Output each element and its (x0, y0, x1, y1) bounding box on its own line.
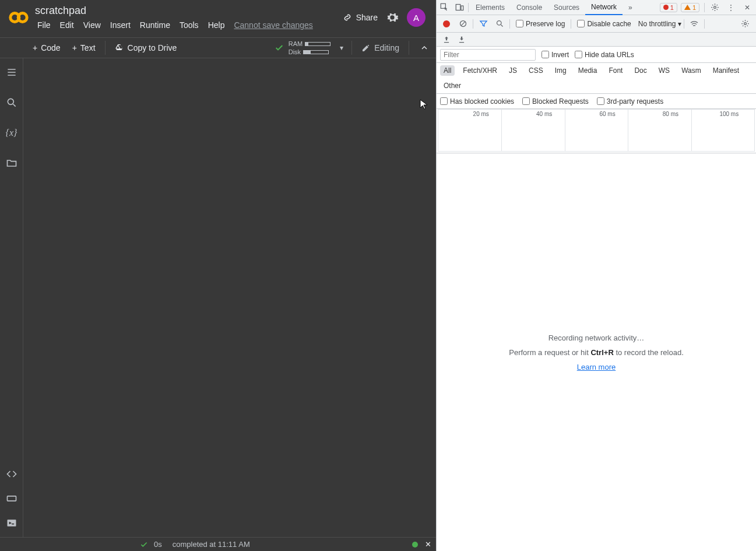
device-toggle-button[interactable] (452, 0, 467, 15)
throttling-dropdown[interactable]: No throttling▾ (638, 20, 682, 28)
network-settings-button[interactable] (737, 16, 753, 31)
status-close-button[interactable]: ✕ (425, 540, 431, 549)
clear-button[interactable] (455, 16, 470, 31)
svg-rect-3 (7, 496, 16, 501)
search-button[interactable] (5, 96, 19, 110)
avatar[interactable]: A (407, 8, 426, 27)
code-snippets-button[interactable] (5, 467, 19, 481)
add-code-label: Code (41, 43, 60, 52)
menu-view[interactable]: View (79, 18, 106, 32)
menu-file[interactable]: File (33, 18, 55, 32)
tab-more[interactable]: » (623, 0, 638, 15)
resource-dropdown[interactable]: ▾ (340, 44, 343, 52)
type-filter-img[interactable]: Img (551, 65, 570, 76)
third-party-label: 3rd-party requests (607, 97, 663, 106)
export-har-button[interactable] (458, 36, 466, 44)
menu-tools[interactable]: Tools (175, 18, 203, 32)
svg-rect-4 (7, 520, 16, 527)
type-filter-ws[interactable]: WS (655, 65, 673, 76)
network-conditions-button[interactable] (687, 16, 702, 31)
devtools-settings-button[interactable] (707, 0, 722, 15)
errors-badge[interactable]: 1 (660, 3, 677, 12)
resource-type-filters: All Fetch/XHR JS CSS Img Media Font Doc … (437, 63, 756, 94)
resource-monitor[interactable]: RAM Disk ▾ (275, 40, 348, 55)
menu-cannot-save[interactable]: Cannot save changes (229, 18, 317, 32)
devtools-close-button[interactable]: ✕ (740, 0, 755, 15)
filter-toggle-button[interactable] (476, 16, 491, 31)
invert-checkbox[interactable]: Invert (541, 51, 569, 59)
type-filter-other[interactable]: Other (440, 80, 465, 91)
clear-icon (459, 19, 467, 28)
svg-point-8 (713, 6, 716, 9)
menu-bar: File Edit View Insert Runtime Tools Help… (33, 18, 342, 32)
resource-rows: RAM Disk (289, 40, 330, 55)
copy-to-drive-button[interactable]: Copy to Drive (109, 41, 183, 55)
disable-cache-checkbox[interactable]: Disable cache (577, 20, 631, 28)
preserve-log-checkbox[interactable]: Preserve log (516, 20, 565, 28)
type-filter-js[interactable]: JS (505, 65, 521, 76)
collapse-header-button[interactable] (413, 43, 436, 52)
blocked-requests-checkbox[interactable]: Blocked Requests (522, 97, 589, 106)
learn-more-link[interactable]: Learn more (577, 363, 616, 371)
type-filter-wasm[interactable]: Wasm (678, 65, 705, 76)
blocked-cookies-label: Has blocked cookies (450, 97, 514, 106)
settings-button[interactable] (386, 11, 399, 24)
type-filter-font[interactable]: Font (605, 65, 626, 76)
connection-status-dot[interactable] (412, 542, 418, 548)
type-filter-media[interactable]: Media (575, 65, 601, 76)
separator (409, 41, 409, 55)
separator (571, 19, 571, 29)
search-button[interactable] (492, 16, 507, 31)
toc-button[interactable] (5, 65, 19, 79)
share-label: Share (356, 13, 378, 22)
inspect-element-button[interactable] (437, 0, 452, 15)
warnings-badge[interactable]: 1 (681, 3, 699, 12)
separator (684, 19, 684, 29)
devtools-menu-button[interactable]: ⋮ (723, 0, 739, 15)
record-button[interactable] (439, 16, 454, 31)
tab-network[interactable]: Network (585, 0, 623, 15)
import-har-button[interactable] (442, 36, 451, 44)
plus-icon: + (72, 43, 77, 52)
type-filter-manifest[interactable]: Manifest (709, 65, 743, 76)
filter-input[interactable] (440, 49, 536, 61)
hint-text-a: Perform a request or hit (509, 348, 590, 357)
variables-button[interactable]: {x} (5, 126, 19, 140)
tab-console[interactable]: Console (511, 0, 548, 15)
status-bar: 0s completed at 11:11 AM ✕ (0, 537, 436, 551)
add-code-button[interactable]: +Code (27, 41, 66, 55)
search-icon (6, 97, 17, 108)
gear-icon (711, 3, 719, 12)
menu-runtime[interactable]: Runtime (135, 18, 175, 32)
hide-data-urls-checkbox[interactable]: Hide data URLs (575, 51, 634, 59)
files-button[interactable] (5, 156, 19, 170)
status-message: completed at 11:11 AM (173, 540, 250, 549)
menu-insert[interactable]: Insert (106, 18, 135, 32)
add-text-label: Text (80, 43, 96, 52)
mouse-cursor-icon (420, 99, 429, 111)
notebook-canvas[interactable] (23, 58, 436, 537)
menu-edit[interactable]: Edit (55, 18, 79, 32)
type-filter-doc[interactable]: Doc (631, 65, 650, 76)
third-party-checkbox[interactable]: 3rd-party requests (597, 97, 663, 106)
colab-logo[interactable] (7, 6, 30, 29)
tab-elements[interactable]: Elements (470, 0, 511, 15)
terminal-button[interactable] (5, 516, 19, 530)
network-timeline[interactable]: 20 ms 40 ms 60 ms 80 ms 100 ms (437, 109, 756, 153)
type-filter-all[interactable]: All (440, 65, 455, 76)
blocked-requests-label: Blocked Requests (532, 97, 589, 106)
check-icon (140, 541, 148, 549)
share-button[interactable]: Share (342, 12, 378, 23)
type-filter-css[interactable]: CSS (525, 65, 547, 76)
blocked-cookies-checkbox[interactable]: Has blocked cookies (440, 97, 514, 106)
add-text-button[interactable]: +Text (66, 41, 101, 55)
tab-sources[interactable]: Sources (548, 0, 585, 15)
document-title[interactable]: scratchpad (33, 2, 342, 18)
kebab-icon: ⋮ (727, 3, 734, 12)
tl-label: 80 ms (663, 111, 678, 117)
type-filter-fetch-xhr[interactable]: Fetch/XHR (459, 65, 501, 76)
editing-mode-button[interactable]: Editing (356, 43, 405, 52)
throttle-label: No throttling (638, 20, 676, 28)
command-palette-button[interactable] (5, 492, 19, 506)
menu-help[interactable]: Help (203, 18, 230, 32)
